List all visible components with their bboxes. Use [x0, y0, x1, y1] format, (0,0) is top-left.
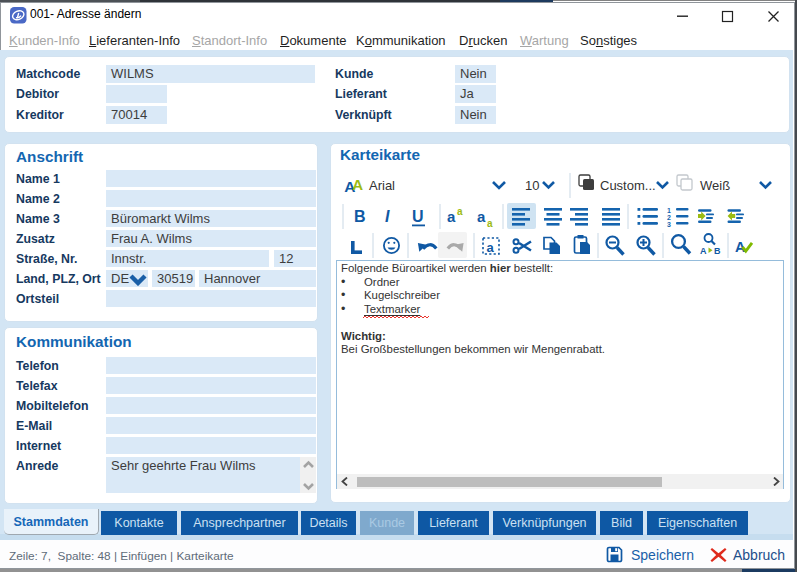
svg-text:Weiß: Weiß: [700, 178, 730, 193]
svg-text:1: 1: [667, 207, 671, 214]
svg-text:a: a: [477, 208, 486, 225]
svg-text:3: 3: [667, 221, 671, 228]
svg-text:Custom...: Custom...: [600, 178, 656, 193]
svg-text:A: A: [700, 246, 707, 256]
svg-text:a: a: [457, 206, 463, 217]
svg-text:U: U: [412, 208, 424, 225]
svg-text:B: B: [714, 246, 721, 256]
svg-text:a: a: [487, 218, 493, 229]
svg-text:I: I: [385, 208, 390, 225]
svg-text:A: A: [352, 176, 363, 193]
svg-text:B: B: [354, 208, 366, 225]
svg-text:Arial: Arial: [369, 178, 395, 193]
svg-text:2: 2: [667, 214, 671, 221]
svg-text:a: a: [487, 240, 495, 255]
svg-text:a: a: [447, 208, 456, 225]
svg-text:10: 10: [525, 178, 539, 193]
